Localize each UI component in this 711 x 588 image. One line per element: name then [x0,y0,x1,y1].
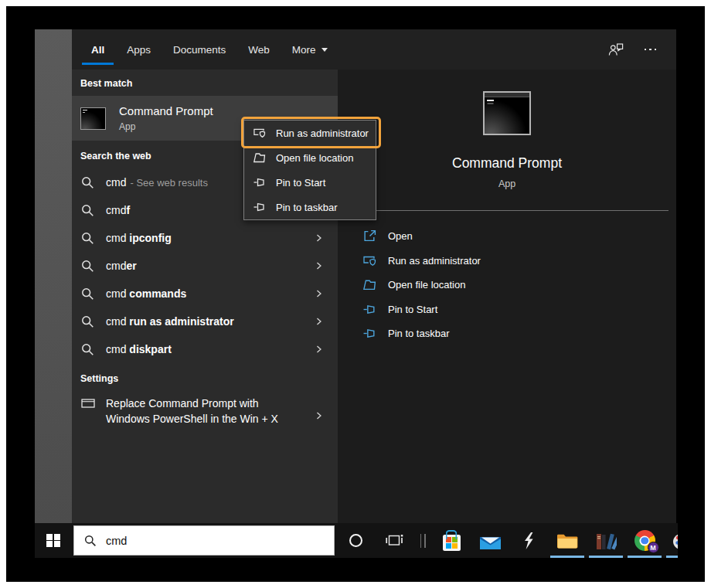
settings-result[interactable]: Replace Command Prompt with Windows Powe… [72,391,338,427]
preview-action-open[interactable]: Open [338,224,676,249]
preview-subtitle: App [498,178,515,189]
search-icon [81,176,94,189]
tab-more[interactable]: More [292,29,328,70]
lightning-icon [522,532,535,550]
best-match-title: Command Prompt [119,104,213,117]
tab-documents[interactable]: Documents [173,29,226,70]
menu-item-label: Run as administrator [276,127,369,139]
search-icon [81,204,94,217]
menu-item-label: Pin to taskbar [276,202,338,213]
search-icon [81,287,94,301]
context-menu: Run as administratorOpen file locationPi… [243,120,376,220]
preview-action-pin-to-start[interactable]: Pin to Start [338,297,676,322]
action-label: Open [388,230,413,242]
folder-icon [253,151,266,164]
menu-item-label: Pin to Start [276,177,325,189]
context-menu-item-pin-to-taskbar[interactable]: Pin to taskbar [244,195,376,219]
taskbar-icon-books[interactable] [587,523,625,558]
tab-label: Apps [127,44,151,56]
task-view-icon [386,534,403,547]
chevron-down-icon [321,48,328,52]
search-suggestion-cmd-ipconfig[interactable]: cmd ipconfig [72,224,338,252]
settings-result-line1: Replace Command Prompt with [106,396,278,411]
active-tab-underline [82,63,114,65]
chevron-right-icon[interactable] [314,233,324,243]
tab-all[interactable]: All [91,29,104,70]
taskbar-search-box[interactable]: cmd [73,525,335,556]
chevron-right-icon[interactable] [314,345,324,355]
action-label: Run as administrator [388,255,481,267]
suggestion-text: cmd- See web results [106,176,208,189]
taskbar-icon-row: M [336,523,678,558]
search-icon [81,343,94,356]
suggestion-text: cmd ipconfig [106,232,172,244]
search-suggestion-cmder[interactable]: cmder [72,252,338,280]
chevron-right-icon[interactable] [314,261,324,271]
suggestion-text: cmd diskpart [106,343,172,355]
taskbar-icon-chrome[interactable]: M [625,523,664,558]
taskbar-icon-lightning[interactable] [509,523,548,558]
preview-action-run-as-administrator[interactable]: Run as administrator [338,249,676,274]
context-menu-item-run-as-administrator[interactable]: Run as administrator [244,121,376,145]
admin-shield-icon [253,127,266,139]
window-setting-icon [81,398,95,409]
pin-icon [363,303,376,316]
paint-palette-icon [672,531,678,551]
command-prompt-icon [80,107,106,130]
taskbar-search-value: cmd [106,535,127,547]
tabbar-right-icons [608,42,657,56]
file-explorer-icon [556,532,578,549]
taskbar-separator [413,523,432,558]
search-icon [81,232,94,245]
taskbar-icon-cortana[interactable] [336,523,375,558]
preview-action-open-file-location[interactable]: Open file location [338,273,676,297]
preview-title: Command Prompt [452,155,562,172]
action-label: Pin to taskbar [388,328,450,339]
taskbar-icon-task-view[interactable] [375,523,413,558]
search-icon [81,260,94,273]
chevron-right-icon[interactable] [314,411,324,421]
settings-result-line2: Windows PowerShell in the Win + X [106,411,278,427]
suggestion-text: cmder [106,260,137,272]
windows-search-flyout: AllAppsDocumentsWebMore Best match Comma… [72,29,676,523]
menu-item-label: Open file location [276,152,353,164]
taskbar-icon-file-explorer[interactable] [548,523,587,558]
taskbar-icon-mail[interactable] [471,523,509,558]
cortana-icon [349,534,362,547]
tab-label: Web [248,44,270,56]
chrome-icon: M [634,530,655,551]
context-menu-item-open-file-location[interactable]: Open file location [244,145,376,170]
search-filter-tabbar: AllAppsDocumentsWebMore [72,29,676,70]
taskbar-icon-store[interactable] [432,523,471,558]
tab-label: All [91,44,104,56]
result-preview-pane: Command Prompt App OpenRun as administra… [338,70,676,523]
context-menu-item-pin-to-start[interactable]: Pin to Start [244,170,376,195]
tab-label: More [292,44,316,56]
desktop-background-sliver [35,29,72,523]
tab-bar-tabs: AllAppsDocumentsWebMore [91,29,350,70]
start-button[interactable] [35,523,72,558]
preview-action-pin-to-taskbar[interactable]: Pin to taskbar [338,321,676,346]
search-icon [81,315,94,328]
search-suggestion-cmd-run-as-administrator[interactable]: cmd run as administrator [72,308,338,335]
suggestion-text: cmdf [106,204,130,216]
ellipsis-icon[interactable] [645,49,657,51]
mail-icon [480,532,501,549]
search-suggestion-cmd-diskpart[interactable]: cmd diskpart [72,335,338,363]
chevron-right-icon[interactable] [314,289,324,299]
preview-divider [363,210,668,211]
search-icon [84,535,97,547]
open-icon [363,229,376,243]
screenshot-frame: AllAppsDocumentsWebMore Best match Comma… [6,6,705,582]
taskbar-icon-palette[interactable] [664,523,678,558]
tab-apps[interactable]: Apps [127,29,151,70]
admin-shield-icon [363,254,376,267]
folder-icon [363,278,376,291]
command-prompt-icon-large [483,91,531,135]
search-suggestion-cmd-commands[interactable]: cmd commands [72,280,338,308]
chevron-right-icon[interactable] [314,317,324,327]
suggestion-text: cmd run as administrator [106,315,234,328]
user-feedback-icon[interactable] [608,42,624,56]
tab-label: Documents [173,44,226,56]
tab-web[interactable]: Web [248,29,270,70]
